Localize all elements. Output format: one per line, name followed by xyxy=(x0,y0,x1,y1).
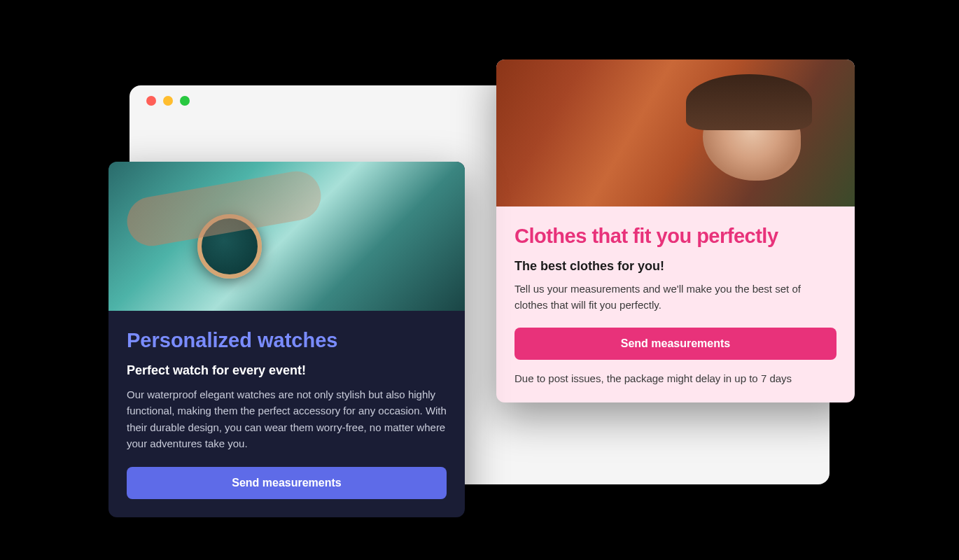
card-watches-title: Personalized watches xyxy=(127,329,447,352)
card-clothes-subtitle: The best clothes for you! xyxy=(514,259,836,274)
card-clothes-note: Due to post issues, the package might de… xyxy=(514,372,836,384)
card-watches-image xyxy=(108,162,465,311)
window-maximize-icon[interactable] xyxy=(180,96,190,106)
card-clothes-title: Clothes that fit you perfectly xyxy=(514,225,836,248)
send-measurements-button-clothes[interactable]: Send measurements xyxy=(514,328,836,360)
card-clothes-image xyxy=(496,59,855,206)
card-watches-body: Personalized watches Perfect watch for e… xyxy=(108,311,465,517)
card-clothes-body: Clothes that fit you perfectly The best … xyxy=(496,206,855,402)
card-watches: Personalized watches Perfect watch for e… xyxy=(108,162,465,517)
window-minimize-icon[interactable] xyxy=(163,96,173,106)
card-clothes-description: Tell us your measurements and we'll make… xyxy=(514,281,836,314)
card-watches-subtitle: Perfect watch for every event! xyxy=(127,363,447,378)
card-clothes: Clothes that fit you perfectly The best … xyxy=(496,59,855,402)
window-close-icon[interactable] xyxy=(146,96,156,106)
send-measurements-button-watches[interactable]: Send measurements xyxy=(127,467,447,499)
card-watches-description: Our waterproof elegant watches are not o… xyxy=(127,386,447,451)
